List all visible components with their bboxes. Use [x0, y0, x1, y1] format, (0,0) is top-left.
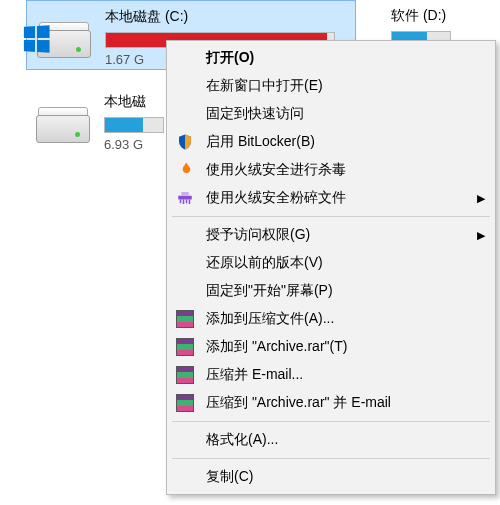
flame-icon	[174, 159, 196, 181]
windows-logo-icon	[24, 25, 50, 53]
blank-icon	[174, 429, 196, 451]
menu-rar-archive-email[interactable]: 压缩到 "Archive.rar" 并 E-mail	[169, 389, 493, 417]
menu-huorong-shred[interactable]: 使用火绒安全粉碎文件 ▶	[169, 184, 493, 212]
menu-open-new-window[interactable]: 在新窗口中打开(E)	[169, 72, 493, 100]
blank-icon	[174, 252, 196, 274]
menu-rar-email[interactable]: 压缩并 E-mail...	[169, 361, 493, 389]
svg-rect-0	[178, 196, 192, 200]
menu-pin-quick-access[interactable]: 固定到快速访问	[169, 100, 493, 128]
blank-icon	[174, 280, 196, 302]
drive-local2-icon	[32, 97, 94, 149]
blank-icon	[174, 103, 196, 125]
blank-icon	[174, 224, 196, 246]
winrar-icon	[174, 364, 196, 386]
menu-open[interactable]: 打开(O)	[169, 44, 493, 72]
menu-format[interactable]: 格式化(A)...	[169, 426, 493, 454]
drive-d-label: 软件 (D:)	[391, 7, 494, 25]
menu-grant-access[interactable]: 授予访问权限(G) ▶	[169, 221, 493, 249]
menu-rar-add[interactable]: 添加到压缩文件(A)...	[169, 305, 493, 333]
menu-copy[interactable]: 复制(C)	[169, 463, 493, 491]
menu-rar-add-archive[interactable]: 添加到 "Archive.rar"(T)	[169, 333, 493, 361]
shield-icon	[174, 131, 196, 153]
submenu-arrow-icon: ▶	[477, 229, 485, 242]
menu-separator	[172, 458, 490, 459]
drive-local2[interactable]: 本地磁 6.93 G	[26, 86, 186, 156]
winrar-icon	[174, 336, 196, 358]
shredder-icon	[174, 187, 196, 209]
blank-icon	[174, 75, 196, 97]
context-menu: 打开(O) 在新窗口中打开(E) 固定到快速访问 启用 BitLocker(B)…	[166, 40, 496, 495]
menu-separator	[172, 421, 490, 422]
menu-pin-start[interactable]: 固定到"开始"屏幕(P)	[169, 277, 493, 305]
drive-c-label: 本地磁盘 (C:)	[105, 8, 349, 26]
blank-icon	[174, 466, 196, 488]
drive-local2-usage-bar	[104, 117, 164, 133]
menu-bitlocker[interactable]: 启用 BitLocker(B)	[169, 128, 493, 156]
drive-c-icon	[33, 12, 95, 64]
blank-icon	[174, 47, 196, 69]
menu-huorong-scan[interactable]: 使用火绒安全进行杀毒	[169, 156, 493, 184]
menu-restore-versions[interactable]: 还原以前的版本(V)	[169, 249, 493, 277]
submenu-arrow-icon: ▶	[477, 192, 485, 205]
winrar-icon	[174, 392, 196, 414]
winrar-icon	[174, 308, 196, 330]
menu-separator	[172, 216, 490, 217]
